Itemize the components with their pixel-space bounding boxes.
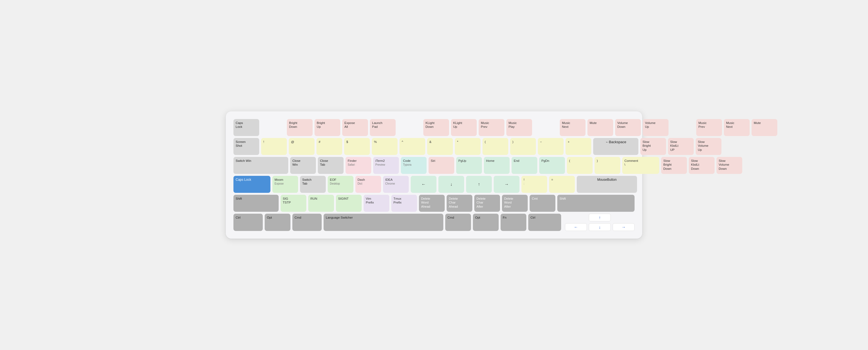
key-del-word-after[interactable]: DeleteWordAfter (502, 195, 528, 212)
key-cmt[interactable]: Cmt (530, 195, 555, 212)
key-ctrl-right[interactable]: Ctrl (528, 214, 561, 231)
key-pgup[interactable]: PgUp (456, 157, 482, 174)
key-np-up[interactable]: ↑ (589, 214, 611, 221)
key-switch-tab[interactable]: SwitchTab (300, 176, 326, 193)
key-label: PgUp (458, 159, 466, 163)
key-9[interactable]: ( (483, 138, 508, 155)
key-7[interactable]: & (427, 138, 453, 155)
key-mouse-button[interactable]: MouseButton (577, 176, 637, 193)
key-music-prev[interactable]: MusicPrev (479, 119, 504, 136)
key-music-next[interactable]: MusicNext (560, 119, 586, 136)
key-arrow-left[interactable]: ← (411, 176, 436, 193)
key-equals[interactable]: = (549, 176, 575, 193)
key-sig-tstp[interactable]: SIGTSTP (281, 195, 306, 212)
key-klight-down[interactable]: KLightDown (423, 119, 449, 136)
key-excl2[interactable]: ! : (521, 176, 547, 193)
key-label: MusicPlay (508, 121, 517, 129)
key-dash[interactable]: Dash Dict (355, 176, 381, 193)
key-backspace[interactable]: ←Backspace (593, 138, 639, 155)
key-rparen2[interactable]: ) (594, 157, 620, 174)
key-opt-right[interactable]: Opt (473, 214, 499, 231)
key-np-down[interactable]: ↓ (589, 223, 611, 231)
key-bright-down[interactable]: BrightDown (287, 119, 313, 136)
key-siri[interactable]: Siri (429, 157, 454, 174)
key-spacebar[interactable]: Language Switcher (323, 214, 443, 231)
key-label: DeleteWordAfter (504, 197, 513, 208)
key-iterm2[interactable]: iTerm2 Preview (373, 157, 399, 174)
key-del-char-after[interactable]: DeleteCharAfter (474, 195, 500, 212)
key-shift-left[interactable]: Shift (234, 195, 279, 212)
key-4[interactable]: $ (344, 138, 370, 155)
key-label: % (374, 140, 377, 144)
key-8[interactable]: * (455, 138, 480, 155)
key-music-play[interactable]: MusicPlay (506, 119, 532, 136)
key-label: * (457, 140, 458, 144)
key-close-win[interactable]: CloseWin (290, 157, 316, 174)
key-arrow-down[interactable]: ↓ (438, 176, 464, 193)
key-klight-up[interactable]: KLightUp (451, 119, 477, 136)
key-cmd-right[interactable]: Cmd (445, 214, 471, 231)
key-shift-right[interactable]: Shift (557, 195, 634, 212)
key-launch-pad[interactable]: LaunchPad (370, 119, 396, 136)
key-np-left[interactable]: ← (565, 223, 587, 231)
key-idea[interactable]: IDEA Chrome (383, 176, 409, 193)
key-moom[interactable]: Moom Expose (272, 176, 298, 193)
key-bright-up[interactable]: BrightUp (314, 119, 340, 136)
key-slow-bright-up[interactable]: SlowBrightUp (640, 138, 666, 155)
key-np-right[interactable]: → (613, 223, 634, 231)
key-screenshot[interactable]: ScreenShot (234, 138, 259, 155)
key-fn[interactable]: Fn (501, 214, 526, 231)
key-slow-kbdlt-up[interactable]: SlowKbdLtUP (668, 138, 694, 155)
key-lparen2[interactable]: ( (567, 157, 593, 174)
key-eof[interactable]: EOF Desktop (328, 176, 353, 193)
key-run[interactable]: RUN (308, 195, 334, 212)
key-5[interactable]: % (372, 138, 398, 155)
key-slow-bright-down[interactable]: SlowBrightDown (661, 157, 687, 174)
key-cmd-left[interactable]: Cmd (292, 214, 322, 231)
key-mute2[interactable]: Mute (751, 119, 777, 136)
key-code[interactable]: Code Typora (401, 157, 427, 174)
key-label: = (551, 178, 553, 182)
key-arrow-up[interactable]: ↑ (466, 176, 492, 193)
key-1[interactable]: ! (261, 138, 287, 155)
key-caps-lock-placeholder[interactable]: CapsLock (234, 119, 259, 136)
key-volume-up[interactable]: VolumeUp (643, 119, 669, 136)
key-music-next2[interactable]: MusicNext (724, 119, 750, 136)
key-music-prev2[interactable]: MusicPrev (696, 119, 722, 136)
key-label: DeleteCharAhead (449, 197, 458, 208)
key-3[interactable]: # (316, 138, 342, 155)
key-pgdn[interactable]: PgDn (539, 157, 565, 174)
key-plus[interactable]: + (565, 138, 591, 155)
key-0[interactable]: ) (510, 138, 536, 155)
key-caps-lock[interactable]: Caps Lock (234, 176, 271, 193)
key-home[interactable]: Home (484, 157, 509, 174)
key-label: Shift (559, 197, 566, 201)
key-end[interactable]: End (512, 157, 537, 174)
key-ctrl-left[interactable]: Ctrl (234, 214, 263, 231)
key-tmux-prefix[interactable]: TmuxPrefix (391, 195, 417, 212)
key-switch-win[interactable]: Switch Win (234, 157, 288, 174)
key-minus[interactable]: − (538, 138, 564, 155)
key-label: LaunchPad (372, 121, 382, 129)
numpad-arrows: ↑ ← ↓ → (565, 214, 634, 231)
key-2[interactable]: @ (289, 138, 314, 155)
key-slow-vol-down[interactable]: SlowVolumeDown (716, 157, 742, 174)
key-sigint[interactable]: SIGINT (336, 195, 362, 212)
key-del-char-ahead[interactable]: DeleteCharAhead (446, 195, 472, 212)
key-close-tab[interactable]: CloseTab (318, 157, 344, 174)
key-slow-kbdlt-down[interactable]: SlowKbdLtDown (689, 157, 715, 174)
row-1: CapsLock BrightDown BrightUp ExposeAll L… (234, 119, 634, 136)
key-slow-vol-up[interactable]: SlowVolumeUp (696, 138, 721, 155)
key-volume-down[interactable]: VolumeDown (615, 119, 641, 136)
key-label: MusicPrev (699, 121, 707, 129)
key-label: ↑ (478, 182, 480, 187)
key-opt-left[interactable]: Opt (265, 214, 290, 231)
key-vim-prefix[interactable]: VimPrefix (364, 195, 389, 212)
key-finder[interactable]: Finder Safari (345, 157, 371, 174)
key-arrow-right[interactable]: → (494, 176, 520, 193)
key-expose-all[interactable]: ExposeAll (342, 119, 368, 136)
key-6[interactable]: ^ (400, 138, 425, 155)
key-mute[interactable]: Mute (587, 119, 613, 136)
key-del-word-ahead[interactable]: DeleteWordAhead (419, 195, 445, 212)
key-comment[interactable]: Comment\ (622, 157, 659, 174)
